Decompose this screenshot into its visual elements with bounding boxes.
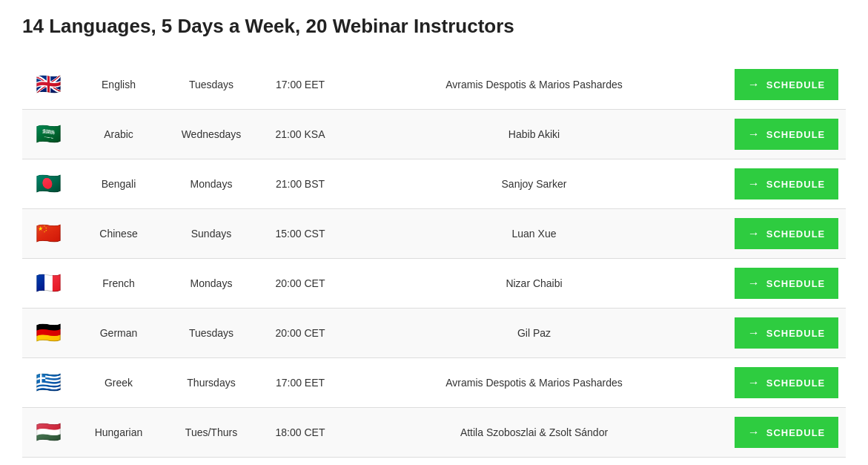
schedule-button[interactable]: →SCHEDULE: [735, 417, 838, 448]
flag-cell: 🇬🇧: [22, 60, 74, 110]
day-cell: Mondays: [163, 259, 259, 309]
flag-cell: 🇩🇪: [22, 309, 74, 358]
schedule-btn-label: SCHEDULE: [766, 179, 826, 190]
schedule-btn-cell: →SCHEDULE: [727, 60, 846, 110]
language-cell: Arabic: [74, 110, 163, 159]
instructor-cell: Avramis Despotis & Marios Pashardes: [341, 358, 727, 408]
flag-cell: 🇭🇺: [22, 408, 74, 458]
time-cell: 17:00 EET: [259, 358, 341, 408]
instructor-cell: David Tjan & Soe Hoe: [341, 458, 727, 466]
schedule-button[interactable]: →SCHEDULE: [735, 367, 838, 398]
table-row: 🇭🇺HungarianTues/Thurs18:00 CETAttila Szo…: [22, 408, 846, 458]
page-title: 14 Languages, 5 Days a Week, 20 Webinar …: [22, 15, 846, 38]
table-row: 🇮🇩IndonesianMon/Tues18:00 WIBDavid Tjan …: [22, 458, 846, 466]
language-cell: German: [74, 309, 163, 358]
schedule-btn-label: SCHEDULE: [766, 427, 826, 438]
arrow-icon: →: [748, 128, 761, 141]
flag-cell: 🇫🇷: [22, 259, 74, 309]
time-cell: 15:00 CST: [259, 209, 341, 259]
arrow-icon: →: [748, 177, 761, 191]
time-cell: 18:00 WIB: [259, 458, 341, 466]
flag-icon: 🇨🇳: [36, 222, 62, 245]
schedule-btn-label: SCHEDULE: [766, 278, 826, 289]
day-cell: Thursdays: [163, 358, 259, 408]
languages-table: 🇬🇧EnglishTuesdays17:00 EETAvramis Despot…: [22, 60, 846, 465]
arrow-icon: →: [748, 426, 761, 439]
flag-icon: 🇬🇷: [36, 371, 62, 394]
schedule-btn-cell: →SCHEDULE: [727, 458, 846, 466]
language-cell: French: [74, 259, 163, 309]
language-cell: English: [74, 60, 163, 110]
arrow-icon: →: [748, 277, 761, 290]
table-row: 🇧🇩BengaliMondays21:00 BSTSanjoy Sarker→S…: [22, 159, 846, 209]
language-cell: Hungarian: [74, 408, 163, 458]
flag-cell: 🇧🇩: [22, 159, 74, 209]
time-cell: 21:00 KSA: [259, 110, 341, 159]
language-cell: Chinese: [74, 209, 163, 259]
day-cell: Wednesdays: [163, 110, 259, 159]
schedule-button[interactable]: →SCHEDULE: [735, 119, 838, 150]
instructor-cell: Luan Xue: [341, 209, 727, 259]
table-row: 🇬🇧EnglishTuesdays17:00 EETAvramis Despot…: [22, 60, 846, 110]
schedule-btn-cell: →SCHEDULE: [727, 309, 846, 358]
schedule-button[interactable]: →SCHEDULE: [735, 218, 838, 249]
table-row: 🇫🇷FrenchMondays20:00 CETNizar Chaibi→SCH…: [22, 259, 846, 309]
instructor-cell: Attila Szoboszlai & Zsolt Sándor: [341, 408, 727, 458]
instructor-cell: Avramis Despotis & Marios Pashardes: [341, 60, 727, 110]
table-row: 🇩🇪GermanTuesdays20:00 CETGil Paz→SCHEDUL…: [22, 309, 846, 358]
flag-icon: 🇸🇦: [36, 122, 62, 145]
language-cell: Greek: [74, 358, 163, 408]
flag-icon: 🇧🇩: [36, 172, 62, 195]
schedule-btn-cell: →SCHEDULE: [727, 159, 846, 209]
schedule-btn-cell: →SCHEDULE: [727, 110, 846, 159]
language-cell: Bengali: [74, 159, 163, 209]
schedule-button[interactable]: →SCHEDULE: [735, 69, 838, 100]
time-cell: 20:00 CET: [259, 309, 341, 358]
table-row: 🇸🇦ArabicWednesdays21:00 KSAHabib Akiki→S…: [22, 110, 846, 159]
schedule-btn-label: SCHEDULE: [766, 228, 826, 240]
flag-icon: 🇩🇪: [36, 321, 62, 344]
schedule-btn-label: SCHEDULE: [766, 377, 826, 389]
schedule-btn-cell: →SCHEDULE: [727, 408, 846, 458]
time-cell: 17:00 EET: [259, 60, 341, 110]
flag-cell: 🇸🇦: [22, 110, 74, 159]
table-row: 🇬🇷GreekThursdays17:00 EETAvramis Despoti…: [22, 358, 846, 408]
schedule-button[interactable]: →SCHEDULE: [735, 317, 838, 349]
schedule-btn-label: SCHEDULE: [766, 129, 826, 140]
time-cell: 20:00 CET: [259, 259, 341, 309]
day-cell: Tuesdays: [163, 309, 259, 358]
flag-cell: 🇨🇳: [22, 209, 74, 259]
day-cell: Mon/Tues: [163, 458, 259, 466]
schedule-btn-cell: →SCHEDULE: [727, 358, 846, 408]
arrow-icon: →: [748, 78, 761, 91]
instructor-cell: Habib Akiki: [341, 110, 727, 159]
day-cell: Mondays: [163, 159, 259, 209]
arrow-icon: →: [748, 227, 761, 240]
schedule-btn-label: SCHEDULE: [766, 79, 826, 90]
day-cell: Tues/Thurs: [163, 408, 259, 458]
instructor-cell: Sanjoy Sarker: [341, 159, 727, 209]
schedule-btn-label: SCHEDULE: [766, 328, 826, 339]
instructor-cell: Gil Paz: [341, 309, 727, 358]
flag-icon: 🇭🇺: [36, 421, 62, 443]
day-cell: Sundays: [163, 209, 259, 259]
time-cell: 21:00 BST: [259, 159, 341, 209]
schedule-btn-cell: →SCHEDULE: [727, 259, 846, 309]
arrow-icon: →: [748, 376, 761, 389]
schedule-btn-cell: →SCHEDULE: [727, 209, 846, 259]
flag-cell: 🇬🇷: [22, 358, 74, 408]
day-cell: Tuesdays: [163, 60, 259, 110]
schedule-button[interactable]: →SCHEDULE: [735, 168, 838, 199]
table-row: 🇨🇳ChineseSundays15:00 CSTLuan Xue→SCHEDU…: [22, 209, 846, 259]
language-cell: Indonesian: [74, 458, 163, 466]
instructor-cell: Nizar Chaibi: [341, 259, 727, 309]
time-cell: 18:00 CET: [259, 408, 341, 458]
flag-icon: 🇬🇧: [36, 73, 62, 96]
schedule-button[interactable]: →SCHEDULE: [735, 268, 838, 299]
flag-icon: 🇫🇷: [36, 271, 62, 294]
flag-cell: 🇮🇩: [22, 458, 74, 466]
arrow-icon: →: [748, 326, 761, 340]
